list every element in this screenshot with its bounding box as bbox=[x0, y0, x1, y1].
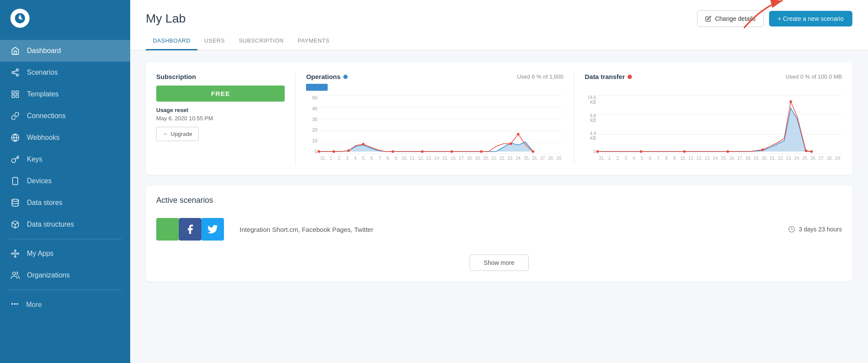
create-scenario-button[interactable]: + Create a new scenario bbox=[769, 11, 852, 26]
svg-point-34 bbox=[480, 150, 483, 153]
operations-dot bbox=[343, 75, 348, 79]
sidebar-item-label: Devices bbox=[27, 177, 52, 185]
data-transfer-dot bbox=[628, 75, 632, 79]
dashboard-content: Subscription FREE Usage reset May 6, 202… bbox=[130, 50, 868, 363]
subscription-title: Subscription bbox=[156, 73, 285, 80]
scenario-icons bbox=[156, 218, 224, 241]
main-content: My Lab Change details + Create a new sce… bbox=[130, 0, 868, 363]
data-transfer-line-chart bbox=[598, 95, 842, 154]
svg-rect-8 bbox=[16, 91, 19, 94]
svg-line-6 bbox=[14, 70, 16, 72]
sidebar-item-webhooks[interactable]: Webhooks bbox=[0, 127, 130, 148]
operations-chart-grid bbox=[319, 95, 563, 154]
show-more-button[interactable]: Show more bbox=[470, 254, 529, 271]
tab-users[interactable]: USERS bbox=[197, 32, 232, 50]
svg-point-21 bbox=[14, 256, 16, 257]
sidebar-item-templates[interactable]: Templates bbox=[0, 83, 130, 105]
sidebar-item-keys[interactable]: Keys bbox=[0, 148, 130, 170]
svg-point-24 bbox=[14, 304, 16, 305]
sidebar-item-label: Organizations bbox=[27, 271, 70, 279]
active-scenarios-title: Active scenarios bbox=[156, 196, 842, 205]
upgrade-button[interactable]: Upgrade bbox=[156, 127, 199, 141]
svg-point-41 bbox=[727, 150, 729, 153]
phone-icon bbox=[10, 176, 20, 186]
home-icon bbox=[10, 46, 20, 56]
sidebar-item-label: My Apps bbox=[27, 250, 53, 257]
sidebar-more-label: More bbox=[26, 301, 42, 309]
upgrade-label: Upgrade bbox=[171, 131, 192, 137]
more-icon bbox=[10, 300, 19, 310]
svg-point-37 bbox=[532, 150, 534, 153]
data-transfer-used: Used 0 % of 100.0 MB bbox=[786, 73, 842, 80]
nav-divider-2 bbox=[9, 290, 122, 290]
subscription-section: Subscription FREE Usage reset May 6, 202… bbox=[156, 73, 285, 165]
share-icon bbox=[10, 68, 20, 77]
svg-rect-9 bbox=[16, 95, 19, 98]
change-details-button[interactable]: Change details bbox=[697, 10, 763, 27]
link-icon bbox=[10, 111, 20, 121]
show-more-container: Show more bbox=[156, 246, 842, 271]
svg-point-43 bbox=[789, 100, 792, 103]
operations-x-labels: 31. 1. 2. 3. 4. 5. 6. 7. 8. 9. 10. 11. 1… bbox=[319, 156, 563, 165]
operations-y-axis: 50 40 30 20 10 0 bbox=[306, 95, 319, 154]
sidebar-item-label: Data stores bbox=[27, 199, 62, 207]
upgrade-icon bbox=[163, 132, 168, 137]
svg-point-40 bbox=[683, 150, 686, 153]
change-details-label: Change details bbox=[715, 15, 755, 22]
sidebar-item-devices[interactable]: Devices bbox=[0, 170, 130, 192]
tab-dashboard[interactable]: DASHBOARD bbox=[146, 32, 197, 50]
svg-point-20 bbox=[14, 250, 16, 251]
operations-used: Used 6 % of 1,000 bbox=[517, 73, 563, 80]
tab-payments[interactable]: PAYMENTS bbox=[291, 32, 337, 50]
sidebar-item-more[interactable]: More bbox=[0, 294, 130, 316]
scenario-icon-green bbox=[156, 218, 179, 241]
template-icon bbox=[10, 89, 20, 99]
operations-bar-indicator bbox=[306, 84, 328, 91]
create-scenario-label: + Create a new scenario bbox=[778, 15, 844, 22]
edit-icon bbox=[705, 16, 711, 22]
svg-point-25 bbox=[17, 304, 18, 305]
svg-point-29 bbox=[347, 149, 350, 152]
key-icon bbox=[10, 155, 20, 164]
svg-point-18 bbox=[12, 253, 13, 254]
sidebar-item-connections[interactable]: Connections bbox=[0, 105, 130, 127]
scenario-time-value: 3 days 23 hours bbox=[799, 226, 842, 233]
page-title: My Lab bbox=[146, 12, 186, 26]
svg-point-28 bbox=[332, 150, 335, 153]
svg-point-17 bbox=[14, 253, 16, 255]
scenario-item: Integration Short.cm, Facebook Pages, Tw… bbox=[156, 213, 842, 246]
sidebar-nav: Dashboard Scenarios Templates bbox=[0, 36, 130, 363]
sidebar-item-dashboard[interactable]: Dashboard bbox=[0, 40, 130, 62]
cube-icon bbox=[10, 220, 20, 229]
scenario-left: Integration Short.cm, Facebook Pages, Tw… bbox=[156, 218, 373, 241]
data-transfer-y-axis: 14.6 KB 9.8 KB 4.9 KB 0 bbox=[585, 95, 598, 154]
svg-point-45 bbox=[810, 150, 813, 153]
sidebar-item-scenarios[interactable]: Scenarios bbox=[0, 62, 130, 83]
svg-point-23 bbox=[12, 304, 13, 305]
scenario-time: 3 days 23 hours bbox=[788, 226, 842, 233]
sidebar-item-organizations[interactable]: Organizations bbox=[0, 264, 130, 286]
metrics-panel: Subscription FREE Usage reset May 6, 202… bbox=[146, 63, 852, 175]
logo-area bbox=[0, 0, 130, 36]
sidebar: Dashboard Scenarios Templates bbox=[0, 0, 130, 363]
clock-icon bbox=[788, 226, 795, 233]
svg-point-35 bbox=[510, 142, 512, 145]
operations-line-chart bbox=[319, 95, 563, 154]
svg-point-39 bbox=[640, 150, 642, 153]
svg-rect-7 bbox=[12, 91, 15, 94]
database-icon bbox=[10, 198, 20, 208]
sidebar-item-data-structures[interactable]: Data structures bbox=[0, 214, 130, 235]
svg-point-36 bbox=[517, 133, 519, 135]
active-scenarios-section: Active scenarios bbox=[146, 185, 852, 281]
subscription-badge: FREE bbox=[156, 86, 285, 102]
data-transfer-section: Data transfer Used 0 % of 100.0 MB 14.6 … bbox=[574, 73, 842, 165]
sidebar-item-label: Connections bbox=[27, 112, 66, 120]
svg-point-30 bbox=[362, 143, 365, 145]
operations-section: Operations Used 6 % of 1,000 50 40 30 20… bbox=[295, 73, 563, 165]
org-icon bbox=[10, 271, 20, 280]
svg-rect-13 bbox=[13, 178, 18, 185]
sidebar-item-data-stores[interactable]: Data stores bbox=[0, 192, 130, 214]
sidebar-item-my-apps[interactable]: My Apps bbox=[0, 243, 130, 264]
tab-subscription[interactable]: SUBSCRIPTION bbox=[232, 32, 291, 50]
svg-line-5 bbox=[14, 73, 16, 74]
